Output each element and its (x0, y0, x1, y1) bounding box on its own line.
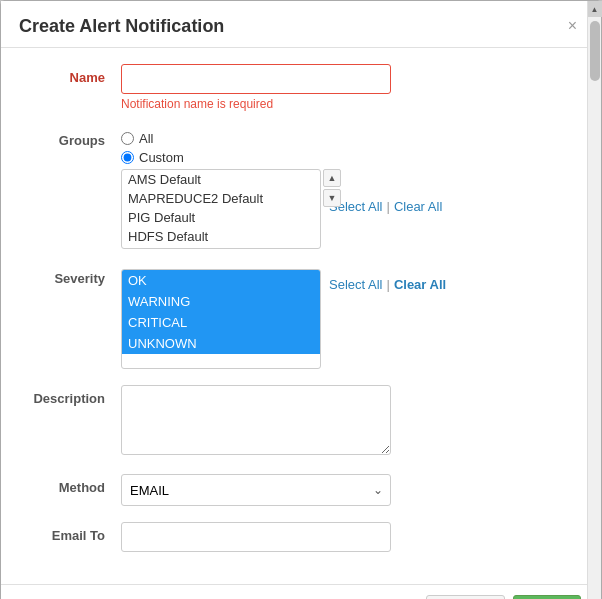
description-field-wrap (121, 385, 581, 458)
severity-item-ok[interactable]: OK (122, 270, 320, 291)
groups-list[interactable]: AMS Default MAPREDUCE2 Default PIG Defau… (121, 169, 321, 249)
description-label: Description (21, 385, 121, 406)
radio-custom-label: Custom (139, 150, 184, 165)
list-item[interactable]: HDFS Default (122, 227, 320, 246)
name-row: Name Notification name is required (21, 64, 581, 111)
name-error-message: Notification name is required (121, 97, 581, 111)
groups-container: AMS Default MAPREDUCE2 Default PIG Defau… (121, 169, 581, 249)
dialog-body: Name Notification name is required Group… (1, 48, 601, 584)
cancel-button[interactable]: Cancel (426, 595, 504, 599)
groups-row: Groups All Custom AMS Default (21, 127, 581, 249)
severity-label: Severity (21, 265, 121, 286)
list-item[interactable]: MAPREDUCE2 Default (122, 189, 320, 208)
create-alert-dialog: Create Alert Notification × Name Notific… (0, 0, 602, 599)
scroll-up-arrow[interactable]: ▲ (323, 169, 341, 187)
severity-wrap: OK WARNING CRITICAL UNKNOWN Select All |… (121, 265, 581, 369)
email-to-label: Email To (21, 522, 121, 543)
scroll-down-arrow[interactable]: ▼ (323, 189, 341, 207)
severity-pipe-separator: | (386, 277, 389, 292)
severity-field-wrap: OK WARNING CRITICAL UNKNOWN Select All |… (121, 265, 581, 369)
clear-all-link[interactable]: Clear All (394, 199, 442, 214)
severity-item-critical[interactable]: CRITICAL (122, 312, 320, 333)
email-to-row: Email To (21, 522, 581, 552)
method-select[interactable]: EMAIL SNMP (121, 474, 391, 506)
dialog-header: Create Alert Notification × (1, 1, 601, 48)
close-button[interactable]: × (562, 15, 583, 37)
dialog-footer: Cancel Save (1, 584, 601, 599)
description-row: Description (21, 385, 581, 458)
name-input[interactable] (121, 64, 391, 94)
radio-all-label: All (139, 131, 153, 146)
method-select-wrap: EMAIL SNMP ⌄ (121, 474, 391, 506)
scrollbar: ▲ ▼ (587, 1, 601, 599)
name-label: Name (21, 64, 121, 85)
severity-row: Severity OK WARNING CRITICAL UNKNOWN Sel… (21, 265, 581, 369)
email-to-input[interactable] (121, 522, 391, 552)
scrollbar-thumb[interactable] (590, 21, 600, 81)
name-field-wrap: Notification name is required (121, 64, 581, 111)
list-item[interactable]: AMS Default (122, 170, 320, 189)
scrollbar-up-button[interactable]: ▲ (588, 1, 602, 17)
pipe-separator: | (386, 199, 389, 214)
radio-all-option[interactable]: All (121, 131, 581, 146)
method-row: Method EMAIL SNMP ⌄ (21, 474, 581, 506)
email-to-field-wrap (121, 522, 581, 552)
severity-item-warning[interactable]: WARNING (122, 291, 320, 312)
severity-clear-link[interactable]: Clear All (394, 277, 446, 292)
groups-radio-group: All Custom (121, 127, 581, 165)
groups-field-wrap: All Custom AMS Default MAPREDUCE2 Defaul… (121, 127, 581, 249)
description-textarea[interactable] (121, 385, 391, 455)
radio-all-input[interactable] (121, 132, 134, 145)
dialog-title: Create Alert Notification (19, 16, 224, 37)
save-button[interactable]: Save (513, 595, 581, 599)
method-label: Method (21, 474, 121, 495)
method-field-wrap: EMAIL SNMP ⌄ (121, 474, 581, 506)
radio-custom-input[interactable] (121, 151, 134, 164)
list-item[interactable]: PIG Default (122, 208, 320, 227)
severity-list[interactable]: OK WARNING CRITICAL UNKNOWN (121, 269, 321, 369)
groups-label: Groups (21, 127, 121, 148)
severity-select-all-link[interactable]: Select All (329, 277, 382, 292)
groups-link-group: Select All | Clear All (329, 169, 442, 214)
radio-custom-option[interactable]: Custom (121, 150, 581, 165)
severity-item-unknown[interactable]: UNKNOWN (122, 333, 320, 354)
severity-link-group: Select All | Clear All (329, 269, 446, 292)
